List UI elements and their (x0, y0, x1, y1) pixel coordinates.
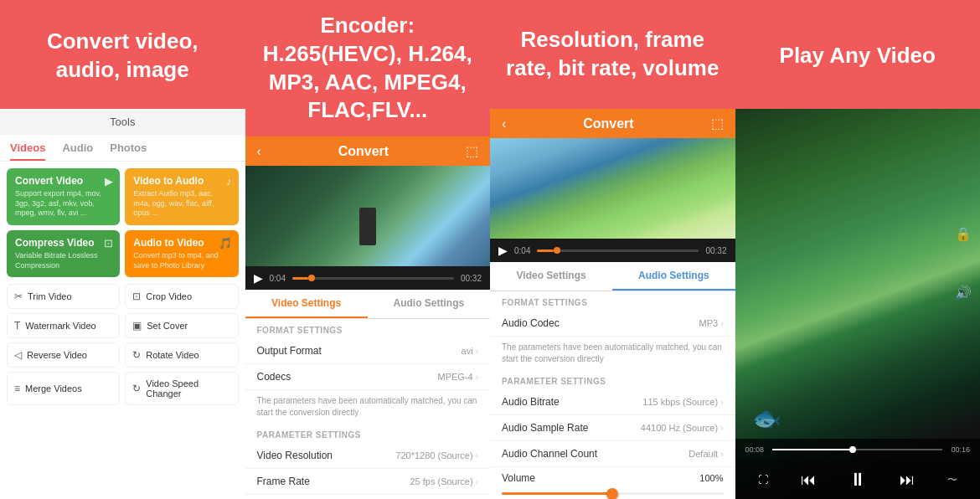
pause-btn[interactable]: ⏸ (848, 469, 867, 491)
panel2-format-section: FORMAT SETTINGS (245, 319, 491, 338)
panel3-audio-bitrate-row[interactable]: Audio Bitrate 115 kbps (Source) › (490, 389, 735, 415)
panel2-auto-note: The parameters have been automatically m… (245, 390, 491, 424)
tab-videos[interactable]: Videos (10, 141, 45, 161)
panel3-audio-codec-row[interactable]: Audio Codec MP3 › (490, 311, 735, 337)
panel3-param-section: PARAMETER SETTINGS (490, 370, 735, 389)
panel2-progress-fill (292, 277, 308, 280)
tool-trim-video[interactable]: ✂ Trim Video (7, 284, 120, 309)
panel3-sample-rate-value: 44100 Hz (Source) › (641, 423, 724, 433)
panel2-time-start: 0:04 (270, 274, 286, 283)
panel3-progress-bar[interactable] (537, 250, 699, 252)
panel-resolution: Resolution, frame rate, bit rate, volume… (490, 0, 735, 499)
panel3-audio-codec-value: MP3 › (699, 318, 724, 328)
panel3-nav-title: Convert (583, 116, 633, 131)
panel2-back-icon[interactable]: ‹ (257, 144, 261, 159)
speed-label: Video Speed Changer (146, 378, 230, 399)
panel2-resolution-row[interactable]: Video Resolution 720*1280 (Source) › (245, 443, 491, 469)
panel2-codecs-row[interactable]: Codecs MPEG-4 › (245, 364, 491, 390)
tool-video-to-audio[interactable]: ♪ Video to Audio Extract Audio mp3, aac,… (125, 168, 238, 225)
panel3-progress-fill (537, 250, 553, 252)
tool-audio-to-video[interactable]: 🎵 Audio to Video Convert mp3 to mp4, and… (125, 230, 238, 277)
panel2-tab-audio-settings[interactable]: Audio Settings (368, 290, 490, 318)
panel3-tab-audio-settings[interactable]: Audio Settings (612, 262, 735, 291)
panel2-tab-video-settings[interactable]: Video Settings (245, 290, 368, 318)
player-progress-wrap[interactable] (772, 449, 942, 450)
panel2-resolution-label: Video Resolution (257, 450, 333, 461)
panel2-codecs-label: Codecs (257, 371, 291, 383)
panel3-volume-thumb[interactable] (606, 488, 618, 500)
tool-crop-video[interactable]: ⊡ Crop Video (125, 284, 238, 309)
panel2-output-format-label: Output Format (257, 345, 322, 357)
tab-photos[interactable]: Photos (110, 141, 147, 161)
tool-row-reverse-rotate: ◁ Reverse Video ↻ Rotate Video (0, 342, 245, 368)
compress-video-icon: ⊡ (104, 237, 113, 250)
convert-video-title: Convert Video (15, 175, 111, 187)
crop-icon: ⊡ (132, 291, 141, 302)
watermark-icon: T (14, 320, 20, 332)
panel3-format-section: FORMAT SETTINGS (490, 291, 735, 311)
panel3-volume-value: 100% (699, 473, 723, 483)
panel3-header: Resolution, frame rate, bit rate, volume (490, 0, 735, 109)
panel3-navbar: ‹ Convert ⬚ (490, 109, 735, 138)
player-time-start: 00:08 (745, 445, 765, 454)
panel2-settings-tabs: Video Settings Audio Settings (245, 290, 491, 319)
tab-audio[interactable]: Audio (62, 141, 93, 161)
player-buttons: ⛶ ⏮ ⏸ ⏭ 〜 (735, 460, 981, 499)
panel-player: Play Any Video 🔒 🔊 🐟 00:08 00:16 ⛶ ⏮ ⏸ ⏭… (735, 0, 981, 499)
panel3-audio-codec-label: Audio Codec (502, 317, 560, 329)
panel3-auto-note: The parameters have been automatically m… (490, 337, 735, 370)
speed-icon: ↻ (132, 383, 141, 394)
crop-video-label: Crop Video (146, 291, 192, 301)
rewind-btn[interactable]: ⏮ (801, 471, 816, 489)
video-to-audio-title: Video to Audio (133, 175, 230, 187)
panel3-tab-video-settings[interactable]: Video Settings (490, 262, 612, 291)
video-to-audio-sub: Extract Audio mp3, aac, m4a, ogg, wav, f… (133, 189, 230, 219)
scissors-icon: ✂ (14, 291, 23, 302)
panel2-param-section: PARAMETER SETTINGS (245, 424, 491, 443)
video-to-audio-icon: ♪ (226, 175, 232, 188)
panel3-play-btn[interactable]: ▶ (498, 244, 508, 257)
tool-merge-videos[interactable]: ≡ Merge Videos (7, 372, 120, 405)
panel3-video-preview (490, 138, 735, 239)
tool-set-cover[interactable]: ▣ Set Cover (125, 313, 238, 338)
panel3-time-start: 0:04 (514, 246, 530, 255)
panel2-share-icon[interactable]: ⬚ (466, 143, 478, 159)
panel3-back-icon[interactable]: ‹ (502, 116, 506, 131)
panel3-share-icon[interactable]: ⬚ (711, 116, 724, 131)
forward-btn[interactable]: ⏭ (900, 471, 915, 489)
panel2-output-format-row[interactable]: Output Format avi › (245, 338, 491, 364)
tool-reverse-video[interactable]: ◁ Reverse Video (7, 342, 120, 368)
panel2-framerate-row[interactable]: Frame Rate 25 fps (Source) › (245, 469, 491, 495)
panel3-sample-rate-label: Audio Sample Rate (502, 422, 588, 434)
fullscreen-icon[interactable]: ⛶ (758, 474, 768, 486)
panel3-volume-row: Volume 100% (490, 467, 735, 489)
panel3-settings-tabs: Video Settings Audio Settings (490, 262, 735, 291)
panel2-bitrate-row[interactable]: Video Bitrate 1425 kbps (Source) › (245, 495, 491, 499)
cover-icon: ▣ (132, 320, 142, 332)
panel4-player-content: 🔒 🔊 🐟 00:08 00:16 ⛶ ⏮ ⏸ ⏭ 〜 (735, 109, 981, 499)
tool-speed-changer[interactable]: ↻ Video Speed Changer (125, 372, 238, 405)
volume-icon: 🔊 (955, 285, 972, 301)
tool-watermark-video[interactable]: T Watermark Video (7, 313, 120, 338)
player-controls-bar: 00:08 00:16 (735, 439, 981, 460)
tools-bar-label: Tools (0, 109, 245, 135)
panel2-video-bg (245, 166, 491, 266)
panel2-framerate-label: Frame Rate (257, 476, 310, 487)
rotate-label: Rotate Video (146, 350, 199, 360)
lock-icon: 🔒 (955, 226, 972, 242)
panel2-header: Encoder: H.265(HEVC), H.264, MP3, AAC, M… (245, 0, 491, 136)
tool-compress-video[interactable]: ⊡ Compress Video Variable Bitrate Lossle… (7, 230, 120, 277)
panel3-channel-count-label: Audio Channel Count (502, 448, 597, 460)
panel3-channel-count-row[interactable]: Audio Channel Count Default › (490, 441, 735, 467)
panel3-volume-slider-wrap[interactable] (490, 489, 735, 499)
panel1-content: Tools Videos Audio Photos ▶ Convert Vide… (0, 109, 245, 499)
panel3-video-bg (490, 138, 735, 239)
panel2-play-btn[interactable]: ▶ (254, 271, 263, 285)
panel3-volume-fill (502, 492, 612, 495)
panel2-progress-bar[interactable] (292, 277, 454, 280)
panel3-sample-rate-row[interactable]: Audio Sample Rate 44100 Hz (Source) › (490, 415, 735, 441)
panel2-resolution-value: 720*1280 (Source) › (395, 450, 478, 460)
reverse-label: Reverse Video (27, 350, 87, 360)
tool-convert-video[interactable]: ▶ Convert Video Support export mp4, mov,… (7, 168, 120, 225)
tool-rotate-video[interactable]: ↻ Rotate Video (125, 342, 238, 368)
